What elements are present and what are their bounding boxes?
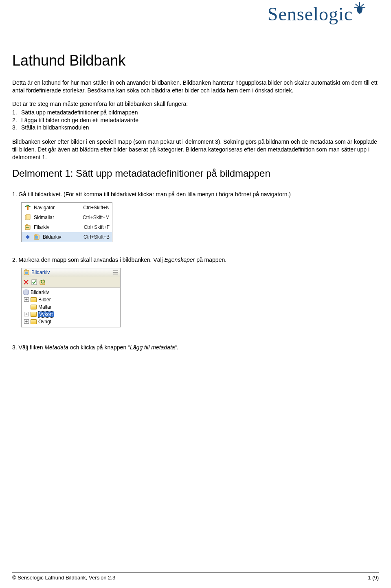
step-item: Sätta upp metadatadefinitioner på bildma…	[21, 109, 138, 116]
menu-label: Navigator	[34, 205, 81, 211]
menu-shortcut: Ctrl+Skift+F	[81, 224, 110, 230]
list-icon[interactable]	[113, 270, 119, 275]
folder-icon	[31, 312, 37, 317]
svg-rect-6	[27, 206, 29, 210]
expand-icon[interactable]: +	[24, 319, 29, 324]
steps-list: 1.Sätta upp metadatadefinitioner på bild…	[12, 109, 379, 132]
folder-icon	[31, 297, 37, 302]
instruction-1: 1. Gå till bildarkivet. (För att komma t…	[12, 191, 379, 198]
menu-label: Bildarkiv	[43, 234, 81, 240]
tree-label: Vykort	[38, 312, 54, 317]
svg-marker-12	[26, 235, 30, 239]
panel-icon	[23, 269, 30, 276]
panel-toolbar	[22, 277, 120, 288]
navigator-icon	[24, 204, 31, 211]
menu-item-sidmallar[interactable]: Sidmallar Ctrl+Skift+M	[22, 213, 112, 222]
menu-item-navigator[interactable]: Navigator Ctrl+Skift+N	[22, 203, 112, 213]
section-heading: Delmoment 1: Sätt upp metadatadefinition…	[12, 168, 379, 179]
bullet-icon	[24, 233, 31, 241]
templates-icon	[24, 214, 31, 221]
context-menu-figure: Navigator Ctrl+Skift+N Sidmallar Ctrl+Sk…	[21, 202, 112, 242]
expand-icon[interactable]: +	[24, 312, 29, 316]
tree-node[interactable]: + Övrigt	[22, 318, 119, 325]
step-item: Ställa in bildbanksmodulen	[21, 124, 89, 132]
menu-label: Sidmallar	[34, 215, 80, 220]
delete-icon[interactable]	[23, 279, 29, 285]
page-footer: © Senselogic Lathund Bildbank, Version 2…	[12, 573, 379, 581]
step-item: Lägga till bilder och ge dem ett metadat…	[21, 116, 138, 124]
filearchive-icon	[24, 224, 31, 231]
tree-label: Mallar	[38, 304, 52, 310]
expand-icon[interactable]: +	[24, 297, 29, 302]
menu-shortcut: Ctrl+Skift+N	[81, 205, 110, 211]
footer-copyright: © Senselogic Lathund Bildbank, Version 2…	[12, 575, 115, 581]
brand-logo: Senselogic	[268, 3, 367, 25]
menu-label: Filarkiv	[34, 224, 81, 230]
svg-rect-14	[35, 234, 37, 235]
folder-icon	[31, 305, 37, 309]
tree-node[interactable]: Mallar	[22, 303, 119, 311]
imagearchive-icon	[33, 233, 40, 241]
tree-label: Övrigt	[38, 319, 51, 325]
tree-figure: Bildarkiv Bildarkiv + Bilder	[21, 268, 121, 327]
instruction-3: 3. Välj fliken Metadata och klicka på kn…	[12, 344, 379, 351]
panel-titlebar: Bildarkiv	[22, 268, 120, 277]
menu-item-bildarkiv[interactable]: Bildarkiv Ctrl+Skift+B	[22, 232, 112, 242]
svg-rect-11	[26, 227, 29, 228]
svg-rect-10	[26, 224, 28, 226]
panel-title: Bildarkiv	[31, 270, 50, 275]
menu-shortcut: Ctrl+Skift+M	[80, 215, 110, 220]
footer-page-number: 1 (9)	[368, 575, 379, 581]
svg-rect-15	[35, 236, 38, 239]
steps-intro: Det är tre steg man måste genomföra för …	[12, 100, 379, 108]
tree-label: Bilder	[38, 297, 51, 303]
tree-node[interactable]: + Bilder	[22, 296, 119, 303]
tree-node-selected[interactable]: + Vykort	[22, 311, 119, 318]
menu-item-filarkiv[interactable]: Filarkiv Ctrl+Skift+F	[22, 222, 112, 232]
tree-body: Bildarkiv + Bilder Mallar + Vykort + Övr…	[22, 288, 120, 327]
brand-text: Senselogic	[268, 4, 353, 24]
svg-rect-18	[25, 272, 28, 274]
page-title: Lathund Bildbank	[12, 52, 379, 69]
tree-label: Bildarkiv	[31, 290, 49, 295]
check-icon[interactable]	[31, 279, 37, 285]
svg-line-2	[360, 4, 364, 8]
menu-shortcut: Ctrl+Skift+B	[81, 234, 110, 240]
intro-paragraph-2: Bildbanken söker efter bilder i en speci…	[12, 138, 379, 161]
folder-icon	[31, 319, 37, 324]
svg-rect-17	[25, 270, 27, 271]
hand-icon	[353, 1, 367, 15]
refresh-icon[interactable]	[40, 279, 46, 285]
instruction-2: 2. Markera den mapp som skall användas i…	[12, 256, 379, 264]
tree-root[interactable]: Bildarkiv	[22, 289, 119, 296]
database-icon	[23, 290, 29, 295]
intro-paragraph-1: Detta är en lathund för hur man ställer …	[12, 79, 379, 94]
svg-line-1	[356, 4, 360, 8]
svg-rect-8	[26, 215, 30, 219]
